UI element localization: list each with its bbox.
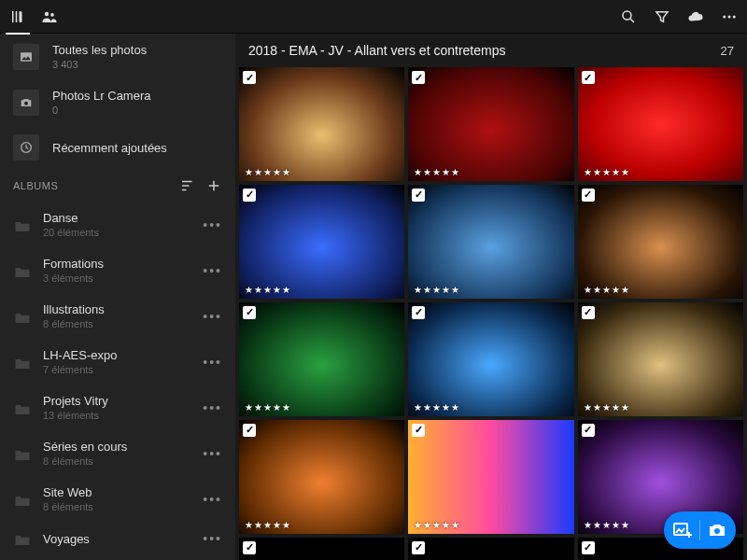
svg-point-1 (50, 12, 54, 16)
selected-check-icon[interactable] (243, 71, 256, 84)
album-more-icon[interactable]: ••• (203, 217, 222, 232)
lib-item-title: Récemment ajoutées (52, 141, 167, 155)
svg-point-3 (723, 15, 726, 18)
photo-thumbnail[interactable]: ★★★★★ (239, 185, 404, 299)
album-row[interactable]: Voyages••• (0, 522, 235, 555)
selected-check-icon[interactable] (582, 189, 595, 202)
album-more-icon[interactable]: ••• (203, 309, 222, 324)
lib-item-count: 0 (52, 105, 151, 116)
rating-stars: ★★★★★ (414, 520, 460, 530)
lib-recent[interactable]: Récemment ajoutées (0, 125, 235, 170)
album-count: 7 éléments (43, 364, 117, 375)
photo-grid: ★★★★★★★★★★★★★★★★★★★★★★★★★★★★★★★★★★★★★★★★… (235, 63, 747, 560)
selected-check-icon[interactable] (412, 424, 425, 437)
album-count: 27 (721, 44, 734, 58)
cloud-icon[interactable] (687, 8, 704, 25)
album-name: Illustrations (43, 302, 105, 316)
lib-lr-camera[interactable]: Photos Lr Camera 0 (0, 79, 235, 125)
selected-check-icon[interactable] (582, 541, 595, 554)
rating-stars: ★★★★★ (414, 167, 460, 177)
album-row[interactable]: Projets Vitry13 éléments••• (0, 385, 235, 430)
album-row[interactable]: Illustrations8 éléments••• (0, 293, 235, 339)
album-count: 8 éléments (43, 455, 127, 467)
album-more-icon[interactable]: ••• (203, 531, 222, 546)
svg-point-2 (623, 11, 631, 20)
photo-thumbnail[interactable]: ★★★★★ (239, 302, 404, 416)
photo-thumbnail[interactable] (239, 538, 404, 560)
svg-point-7 (24, 101, 28, 105)
album-row[interactable]: Formations3 éléments••• (0, 247, 235, 293)
selected-check-icon[interactable] (412, 541, 425, 554)
camera-capture-icon (706, 519, 728, 541)
sort-icon[interactable] (179, 177, 196, 194)
album-more-icon[interactable]: ••• (203, 355, 222, 370)
album-more-icon[interactable]: ••• (203, 400, 222, 415)
album-name: Danse (43, 211, 99, 225)
lib-item-title: Toutes les photos (52, 43, 147, 57)
albums-header-label: ALBUMS (13, 180, 58, 191)
more-icon[interactable] (721, 8, 738, 25)
svg-point-5 (733, 15, 736, 18)
folder-icon (13, 400, 32, 415)
filter-icon[interactable] (654, 8, 670, 25)
selected-check-icon[interactable] (243, 541, 256, 554)
photo-thumbnail[interactable]: ★★★★★ (408, 67, 573, 181)
album-title: 2018 - EMA - JV - Allant vers et contret… (248, 43, 505, 58)
people-tab-icon[interactable] (41, 8, 58, 25)
rating-stars: ★★★★★ (245, 285, 291, 295)
selected-check-icon[interactable] (582, 424, 595, 437)
photo-thumbnail[interactable] (408, 538, 573, 560)
library-tab-icon[interactable] (9, 8, 26, 25)
svg-point-0 (45, 11, 49, 16)
album-more-icon[interactable]: ••• (203, 492, 222, 507)
album-row[interactable]: Séries en cours8 éléments••• (0, 430, 235, 476)
search-icon[interactable] (620, 8, 637, 25)
photo-thumbnail[interactable]: ★★★★★ (578, 185, 743, 299)
folder-icon (13, 217, 32, 232)
albums-header: ALBUMS (0, 170, 235, 202)
selected-check-icon[interactable] (582, 71, 595, 84)
lib-all-photos[interactable]: Toutes les photos 3 403 (0, 34, 235, 79)
selected-check-icon[interactable] (412, 189, 425, 202)
album-name: Voyages (43, 532, 90, 546)
selected-check-icon[interactable] (243, 424, 256, 437)
add-image-icon (671, 519, 694, 541)
folder-icon (13, 446, 32, 461)
selected-check-icon[interactable] (412, 71, 425, 84)
photo-thumbnail[interactable]: ★★★★★ (239, 420, 404, 534)
lib-item-title: Photos Lr Camera (52, 89, 151, 103)
rating-stars: ★★★★★ (245, 167, 291, 177)
album-count: 8 éléments (43, 318, 105, 329)
folder-icon (13, 263, 32, 278)
top-bar (0, 0, 747, 34)
album-row[interactable]: Danse20 éléments••• (0, 202, 235, 247)
add-icon[interactable] (205, 177, 222, 194)
rating-stars: ★★★★★ (414, 402, 460, 413)
camera-icon (13, 90, 39, 116)
rating-stars: ★★★★★ (245, 520, 291, 530)
selected-check-icon[interactable] (582, 306, 595, 319)
folder-icon (13, 309, 32, 324)
selected-check-icon[interactable] (243, 306, 256, 319)
album-more-icon[interactable]: ••• (203, 263, 222, 278)
add-photos-fab[interactable] (664, 511, 736, 549)
album-count: 13 éléments (43, 410, 108, 421)
album-row[interactable]: Site Web8 éléments••• (0, 476, 235, 522)
main-panel: 2018 - EMA - JV - Allant vers et contret… (235, 34, 747, 560)
selected-check-icon[interactable] (412, 306, 425, 319)
photo-thumbnail[interactable]: ★★★★★ (408, 420, 573, 534)
album-row[interactable]: LH-AES-expo7 éléments••• (0, 339, 235, 385)
album-count: 8 éléments (43, 501, 93, 512)
album-count: 20 éléments (43, 227, 99, 238)
photo-thumbnail[interactable]: ★★★★★ (578, 67, 743, 181)
clock-icon (13, 134, 39, 161)
sidebar: Toutes les photos 3 403 Photos Lr Camera… (0, 34, 235, 560)
photo-thumbnail[interactable]: ★★★★★ (578, 302, 743, 416)
album-name: Site Web (43, 485, 93, 499)
photo-thumbnail[interactable]: ★★★★★ (408, 185, 573, 299)
photo-thumbnail[interactable]: ★★★★★ (408, 302, 573, 416)
rating-stars: ★★★★★ (584, 402, 630, 413)
photo-thumbnail[interactable]: ★★★★★ (239, 67, 404, 181)
selected-check-icon[interactable] (243, 189, 256, 202)
album-more-icon[interactable]: ••• (203, 446, 222, 461)
